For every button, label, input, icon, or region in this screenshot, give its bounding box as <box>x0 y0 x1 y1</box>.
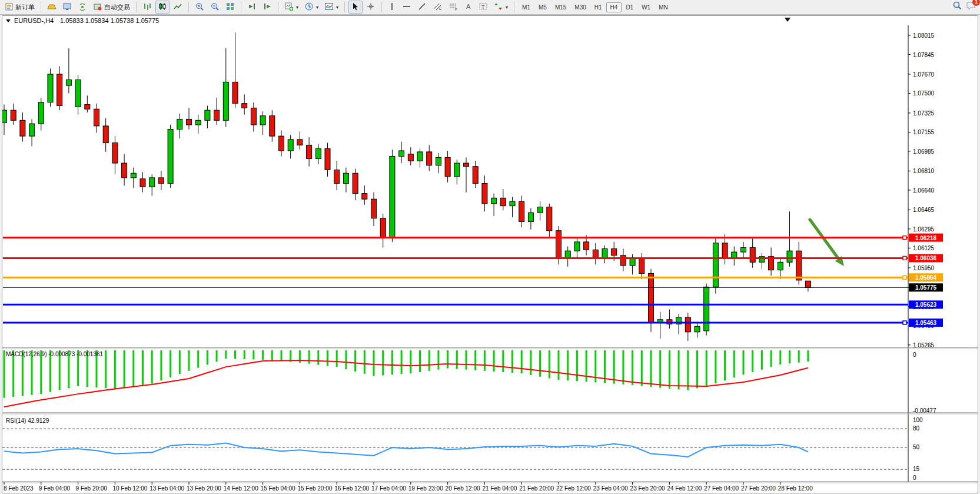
candle-bullish <box>131 173 136 178</box>
auto-trading-button[interactable]: 自动交易 <box>91 1 132 14</box>
chart-shift-button[interactable] <box>260 1 274 14</box>
candle-bearish <box>362 194 367 200</box>
timeframe-h4-button[interactable]: H4 <box>606 2 622 12</box>
crosshair-button[interactable] <box>364 1 378 14</box>
gold-button[interactable] <box>45 1 59 14</box>
chart-window: EURUSD-,H41.05833 1.05834 1.05738 1.0577… <box>2 15 978 493</box>
candle-bullish <box>2 110 7 122</box>
price-tick-label: 1.07670 <box>913 71 935 78</box>
timeframe-m5-button[interactable]: M5 <box>534 2 551 12</box>
vertical-line-button[interactable] <box>386 1 398 14</box>
zoom-in-button[interactable] <box>192 1 207 14</box>
tile-windows-button[interactable] <box>223 1 237 14</box>
new-order-button[interactable]: 新订单 <box>2 1 37 14</box>
chart-title: EURUSD-,H41.05833 1.05834 1.05738 1.0577… <box>6 17 159 24</box>
chevron-down-icon: ▾ <box>316 5 318 10</box>
line-chart-button[interactable] <box>171 1 185 14</box>
candle-bullish <box>48 74 53 102</box>
candle-bearish <box>11 110 16 120</box>
fibonacci-icon: F <box>449 2 459 12</box>
zoom-in-icon <box>195 2 204 12</box>
price-tag: 1.05463 <box>909 319 943 327</box>
hline-anchor[interactable] <box>903 256 906 260</box>
time-tick-label: 17 Feb 04:00 <box>371 485 406 492</box>
timeframe-m15-button[interactable]: M15 <box>551 2 570 12</box>
time-axis[interactable]: 8 Feb 20239 Feb 04:009 Feb 20:0010 Feb 1… <box>4 482 813 492</box>
equidistant-channel-button[interactable]: E <box>430 1 445 14</box>
svg-text:A: A <box>466 3 471 10</box>
arrows-button[interactable]: ▾ <box>491 1 510 14</box>
arrow-annotation[interactable] <box>810 220 844 266</box>
timeframe-mn-button[interactable]: MN <box>655 2 672 12</box>
candle-bearish <box>482 183 487 203</box>
timeframe-w1-button[interactable]: W1 <box>637 2 655 12</box>
candle-bullish <box>528 213 533 221</box>
timeframe-m1-button[interactable]: M1 <box>518 2 534 12</box>
candle-bearish <box>94 109 99 126</box>
price-tick-label: 1.06295 <box>913 226 935 233</box>
price-tag: 1.05864 <box>909 273 943 281</box>
chevron-down-icon: ▾ <box>506 5 508 10</box>
symbol-dropdown-icon[interactable] <box>6 19 11 22</box>
text-label-button[interactable]: T <box>476 1 490 14</box>
signals-button[interactable] <box>75 1 89 14</box>
candle-bullish <box>565 251 570 257</box>
candle-bearish <box>112 143 118 163</box>
timeframe-h1-button[interactable]: H1 <box>590 2 606 12</box>
price-tick-label: 1.06985 <box>913 148 935 155</box>
candle-bearish <box>639 259 645 274</box>
candle-bullish <box>195 120 201 125</box>
new-chart-button[interactable]: ▾ <box>282 1 301 14</box>
time-tick-label: 21 Feb 20:00 <box>519 485 554 492</box>
time-tick-label: 27 Feb 20:00 <box>741 485 776 492</box>
candle-bearish <box>547 207 552 231</box>
text-label-icon: T <box>479 2 488 12</box>
rsi-axis-label: 50 <box>913 444 920 450</box>
candle-bearish <box>519 201 524 221</box>
new-order-icon <box>5 2 14 12</box>
candle-bullish <box>741 247 746 252</box>
notification-badge: 1 <box>972 0 980 6</box>
templates-button[interactable]: ▾ <box>322 1 341 14</box>
horizontal-line-button[interactable] <box>400 1 414 14</box>
candle-bullish <box>75 80 81 107</box>
svg-text:1.05864: 1.05864 <box>915 274 937 281</box>
candle-bullish <box>168 130 173 184</box>
trendline-button[interactable] <box>415 1 429 14</box>
candle-bullish <box>205 110 210 120</box>
candle-bearish <box>464 163 469 167</box>
timeframe-d1-button[interactable]: D1 <box>622 2 637 12</box>
rsi-pane: RSI(14) 42.91291008050150 <box>2 417 923 481</box>
auto-scroll-button[interactable] <box>245 1 259 14</box>
svg-text:T: T <box>481 4 485 10</box>
chart-shift-marker[interactable] <box>785 18 790 22</box>
candlestick-chart-button[interactable] <box>155 1 170 14</box>
timeframe-m30-button[interactable]: M30 <box>570 2 590 12</box>
separator <box>136 2 137 12</box>
periods-button[interactable]: ▾ <box>302 1 321 14</box>
text-button[interactable]: A <box>462 1 475 14</box>
candle-bullish <box>704 287 709 331</box>
candle-bullish <box>787 251 792 262</box>
chart-canvas: EURUSD-,H41.05833 1.05834 1.05738 1.0577… <box>2 16 978 493</box>
cursor-button[interactable] <box>348 1 363 14</box>
candle-bullish <box>315 148 321 158</box>
price-tag: 1.05775 <box>909 283 943 291</box>
zoom-out-button[interactable] <box>208 1 222 14</box>
bar-chart-button[interactable] <box>140 1 154 14</box>
search-icon[interactable] <box>952 1 962 13</box>
candles <box>2 32 810 341</box>
fibonacci-button[interactable]: F <box>446 1 461 14</box>
price-tag: 1.05623 <box>909 300 943 309</box>
candle-bearish <box>722 243 727 258</box>
price-tick-label: 1.06465 <box>913 207 935 213</box>
hline-anchor[interactable] <box>903 276 906 279</box>
hline-anchor[interactable] <box>903 321 906 324</box>
macd-pane: MACD(12,26,9) -0.000873 -0.0013610-0.004… <box>4 350 936 414</box>
market-watch-button[interactable] <box>60 1 74 14</box>
svg-text:E: E <box>439 7 441 11</box>
rsi-axis-label: 15 <box>913 466 920 472</box>
hline-anchor[interactable] <box>903 236 906 240</box>
price-tick-label: 1.06125 <box>913 245 935 251</box>
notifications-button[interactable]: 1 <box>966 1 976 13</box>
